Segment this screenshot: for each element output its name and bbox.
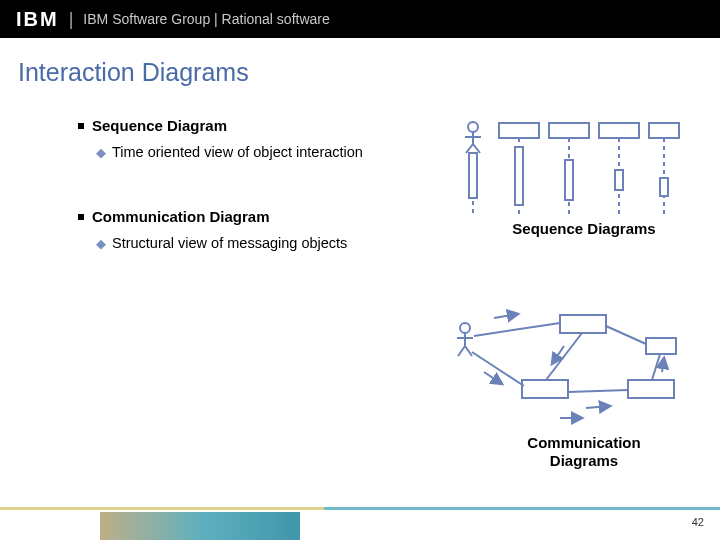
svg-rect-26 — [628, 380, 674, 398]
page-number: 42 — [692, 516, 704, 528]
svg-rect-16 — [565, 160, 573, 200]
square-bullet-icon — [78, 123, 84, 129]
section-head-label: Communication Diagram — [92, 208, 270, 225]
svg-line-23 — [465, 346, 472, 356]
arrow-bullet-icon: ◆ — [96, 145, 106, 160]
svg-rect-17 — [615, 170, 623, 190]
communication-caption: Communication Diagrams — [504, 434, 664, 470]
svg-line-34 — [494, 314, 518, 318]
svg-rect-18 — [660, 178, 668, 196]
topbar-text: IBM Software Group | Rational software — [83, 11, 329, 27]
svg-line-3 — [466, 144, 473, 153]
ibm-logo: IBM — [16, 8, 59, 31]
svg-line-37 — [586, 406, 610, 408]
divider: | — [69, 9, 74, 30]
square-bullet-icon — [78, 214, 84, 220]
svg-line-35 — [484, 372, 502, 384]
svg-point-19 — [460, 323, 470, 333]
top-bar: IBM | IBM Software Group | Rational soft… — [0, 0, 720, 38]
svg-line-33 — [606, 326, 646, 344]
svg-line-31 — [568, 390, 628, 392]
sequence-caption: Sequence Diagrams — [494, 220, 674, 237]
svg-line-4 — [473, 144, 480, 153]
svg-rect-5 — [499, 123, 539, 138]
svg-rect-7 — [599, 123, 639, 138]
svg-rect-25 — [522, 380, 568, 398]
section-sub-label: Time oriented view of object interaction — [112, 144, 363, 160]
svg-point-0 — [468, 122, 478, 132]
svg-line-36 — [552, 346, 564, 364]
arrow-bullet-icon: ◆ — [96, 236, 106, 251]
svg-rect-8 — [649, 123, 679, 138]
section-sub-communication: ◆ Structural view of messaging objects — [96, 235, 720, 251]
sequence-diagram-figure — [462, 120, 684, 215]
svg-rect-24 — [560, 315, 606, 333]
communication-diagram-figure — [452, 308, 684, 426]
svg-rect-6 — [549, 123, 589, 138]
svg-rect-15 — [515, 147, 523, 205]
svg-line-32 — [652, 354, 660, 380]
svg-rect-14 — [469, 153, 477, 198]
svg-line-22 — [458, 346, 465, 356]
footer-collage-image — [100, 512, 300, 540]
svg-line-28 — [474, 323, 560, 336]
slide-title: Interaction Diagrams — [18, 58, 720, 87]
svg-line-38 — [662, 358, 664, 372]
footer-strip — [0, 510, 720, 540]
svg-line-30 — [546, 333, 582, 380]
section-head-label: Sequence Diagram — [92, 117, 227, 134]
section-sub-label: Structural view of messaging objects — [112, 235, 347, 251]
svg-rect-27 — [646, 338, 676, 354]
